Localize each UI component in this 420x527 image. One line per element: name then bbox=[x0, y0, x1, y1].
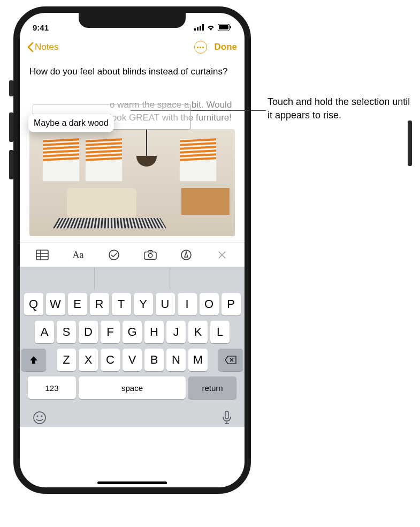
more-button[interactable] bbox=[194, 41, 207, 54]
svg-rect-1 bbox=[197, 27, 198, 31]
status-time: 9:41 bbox=[33, 23, 49, 32]
more-icon bbox=[197, 47, 204, 48]
dictate-icon[interactable] bbox=[222, 411, 232, 425]
note-content[interactable]: How do you feel about blinds instead of … bbox=[20, 59, 245, 243]
key-f[interactable]: F bbox=[101, 321, 120, 343]
svg-rect-7 bbox=[36, 250, 48, 260]
key-b[interactable]: B bbox=[144, 349, 164, 371]
key-c[interactable]: C bbox=[101, 349, 120, 371]
notes-toolbar: Aa bbox=[20, 243, 245, 267]
keyboard: QWERTYUIOP ASDFGHJKL ZXCVBNM 123 space r… bbox=[20, 290, 245, 406]
space-key[interactable]: space bbox=[79, 377, 186, 399]
key-r[interactable]: R bbox=[90, 293, 109, 315]
key-j[interactable]: J bbox=[166, 321, 186, 343]
floating-selection[interactable]: Maybe a dark wood bbox=[28, 114, 114, 132]
camera-icon[interactable] bbox=[144, 249, 157, 261]
key-v[interactable]: V bbox=[123, 349, 142, 371]
key-a[interactable]: A bbox=[35, 321, 54, 343]
key-k[interactable]: K bbox=[188, 321, 208, 343]
svg-point-17 bbox=[41, 416, 43, 417]
svg-rect-2 bbox=[200, 26, 201, 31]
svg-rect-3 bbox=[202, 24, 204, 31]
nav-bar: Notes Done bbox=[20, 35, 245, 59]
key-u[interactable]: U bbox=[156, 293, 175, 315]
key-z[interactable]: Z bbox=[57, 349, 76, 371]
return-key[interactable]: return bbox=[188, 377, 236, 399]
back-label: Notes bbox=[35, 42, 58, 52]
key-p[interactable]: P bbox=[222, 293, 241, 315]
svg-point-16 bbox=[37, 416, 39, 417]
table-icon[interactable] bbox=[36, 249, 49, 261]
numbers-key[interactable]: 123 bbox=[28, 377, 76, 399]
keyboard-bottom-bar bbox=[20, 406, 245, 427]
key-h[interactable]: H bbox=[144, 321, 164, 343]
checklist-icon[interactable] bbox=[108, 249, 120, 261]
key-i[interactable]: I bbox=[178, 293, 197, 315]
key-d[interactable]: D bbox=[79, 321, 98, 343]
key-s[interactable]: S bbox=[57, 321, 76, 343]
phone-frame: 9:41 Notes Done How do you feel about bl… bbox=[13, 6, 251, 494]
key-t[interactable]: T bbox=[112, 293, 131, 315]
emoji-icon[interactable] bbox=[33, 411, 47, 425]
svg-rect-18 bbox=[225, 411, 228, 419]
delete-key[interactable] bbox=[218, 349, 243, 371]
key-g[interactable]: G bbox=[123, 321, 142, 343]
note-image bbox=[29, 129, 235, 236]
svg-rect-5 bbox=[219, 25, 228, 29]
markup-icon[interactable] bbox=[180, 249, 193, 261]
key-x[interactable]: X bbox=[79, 349, 98, 371]
close-toolbar-icon[interactable] bbox=[216, 249, 228, 261]
key-m[interactable]: M bbox=[188, 349, 208, 371]
key-n[interactable]: N bbox=[166, 349, 186, 371]
svg-point-11 bbox=[109, 250, 119, 260]
format-icon[interactable]: Aa bbox=[72, 249, 85, 261]
svg-rect-6 bbox=[230, 26, 231, 28]
wifi-icon bbox=[207, 24, 215, 31]
key-q[interactable]: Q bbox=[24, 293, 43, 315]
svg-rect-12 bbox=[144, 252, 156, 260]
svg-point-13 bbox=[148, 254, 152, 258]
home-indicator[interactable] bbox=[97, 481, 167, 484]
svg-rect-0 bbox=[194, 28, 196, 31]
key-w[interactable]: W bbox=[46, 293, 65, 315]
note-line-1: How do you feel about blinds instead of … bbox=[29, 65, 235, 78]
suggestion-1[interactable] bbox=[20, 267, 95, 290]
callout-text: Touch and hold the selection until it ap… bbox=[268, 95, 412, 122]
back-button[interactable]: Notes bbox=[27, 42, 58, 52]
shift-key[interactable] bbox=[21, 349, 46, 371]
key-e[interactable]: E bbox=[68, 293, 87, 315]
suggestion-2[interactable] bbox=[95, 267, 170, 290]
done-button[interactable]: Done bbox=[215, 42, 238, 52]
key-o[interactable]: O bbox=[200, 293, 219, 315]
suggestion-3[interactable] bbox=[170, 267, 245, 290]
key-l[interactable]: L bbox=[210, 321, 230, 343]
key-y[interactable]: Y bbox=[134, 293, 153, 315]
signal-icon bbox=[194, 24, 204, 31]
notch bbox=[79, 13, 186, 28]
suggestion-bar bbox=[20, 267, 245, 290]
battery-icon bbox=[218, 24, 232, 31]
svg-point-15 bbox=[34, 412, 45, 424]
